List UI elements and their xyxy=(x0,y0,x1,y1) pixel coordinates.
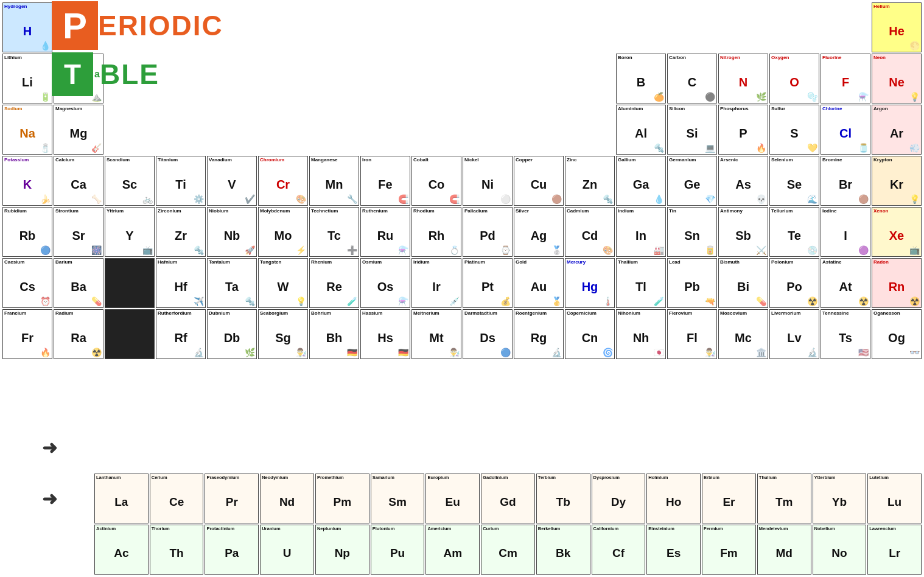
el-symbol: Br xyxy=(839,178,852,192)
el-name: Cadmium xyxy=(567,209,613,214)
el-symbol: Fr xyxy=(21,331,33,345)
el-name: Nitrogen xyxy=(720,55,766,61)
el-art: 🎨 xyxy=(296,194,306,204)
el-art: ⚗️ xyxy=(398,296,408,306)
el-name: Argon xyxy=(873,107,920,112)
el-symbol: Og xyxy=(888,331,905,345)
element-cl: Chlorine Cl 🫙 xyxy=(821,105,870,155)
el-symbol: Es xyxy=(667,547,681,560)
el-name: Cerium xyxy=(152,475,202,480)
el-art: 💀 xyxy=(756,194,766,204)
el-name: Indium xyxy=(618,209,664,214)
el-symbol: Bh xyxy=(326,331,343,345)
el-name: Bohrium xyxy=(311,311,357,316)
el-art: 💊 xyxy=(91,296,102,306)
el-symbol: Sm xyxy=(388,495,407,509)
element-ds: Darmstadtium Ds 🔵 xyxy=(463,309,513,359)
element-al: Aluminium Al 🔩 xyxy=(616,105,666,155)
el-symbol: Rg xyxy=(531,331,547,345)
el-art: ☢️ xyxy=(807,296,817,306)
element-db: Dubnium Db 🌿 xyxy=(207,309,257,359)
element-cf: Californium Cf xyxy=(592,525,646,575)
el-symbol: S xyxy=(790,127,798,141)
el-name: Ytterbium xyxy=(814,475,865,480)
element-grid: Hydrogen H 💧 Helium He 🌕 Lithium Li 🔋 Be… xyxy=(2,2,922,359)
el-symbol: Ar xyxy=(890,127,903,141)
element-ru: Ruthenium Ru ⚗️ xyxy=(360,207,410,257)
element-es: Einsteinium Es xyxy=(646,525,701,575)
el-symbol: Fe xyxy=(378,178,392,192)
el-symbol: Lr xyxy=(889,547,900,560)
el-name: Silver xyxy=(516,209,562,214)
el-art: ⚗️ xyxy=(398,245,408,255)
el-name: Neon xyxy=(873,55,920,61)
el-art: 🧲 xyxy=(398,194,408,204)
el-symbol: U xyxy=(283,547,292,560)
el-name: Sulfur xyxy=(771,107,817,112)
element-os: Osmium Os ⚗️ xyxy=(360,258,410,308)
el-name: Oxygen xyxy=(771,55,817,61)
element-rn: Radon Rn ☢️ xyxy=(872,258,922,308)
el-art: 🎨 xyxy=(603,245,613,255)
lanthanide-row: Lanthanum La Cerium Ce Praseodymium Pr N… xyxy=(94,474,922,523)
actinide-arrow: ➜ xyxy=(2,474,97,523)
el-name: Iodine xyxy=(822,209,869,214)
el-symbol: Bi xyxy=(737,280,749,294)
el-name: Nickel xyxy=(464,158,511,163)
element-lv: Livermorium Lv 🔬 xyxy=(769,309,819,359)
el-name: Einsteinium xyxy=(648,526,699,531)
el-symbol: Fm xyxy=(720,547,738,560)
el-name: Polonium xyxy=(771,260,817,265)
element-th: Thorium Th xyxy=(150,525,204,575)
el-symbol: Ra xyxy=(71,331,86,345)
el-name: Hafnium xyxy=(158,260,204,265)
el-name: Vanadium xyxy=(209,158,255,163)
el-symbol: Ti xyxy=(175,178,186,192)
el-art: 🍊 xyxy=(654,92,664,102)
element-mn: Manganese Mn 🔧 xyxy=(309,156,359,206)
el-art: 🔩 xyxy=(194,245,204,255)
el-symbol: Cf xyxy=(612,547,625,560)
el-symbol: Sc xyxy=(122,178,137,192)
el-name: Lawrencium xyxy=(869,526,920,531)
el-name: Berkelium xyxy=(538,526,589,531)
el-name: Silicon xyxy=(669,107,715,112)
el-symbol: H xyxy=(23,24,32,38)
el-symbol: Fl xyxy=(687,331,698,345)
element-no: Nobelium No xyxy=(813,525,867,575)
element-ir: Iridium Ir 💉 xyxy=(411,258,461,308)
el-art: 🦴 xyxy=(91,194,102,204)
el-name: Cobalt xyxy=(413,158,460,163)
el-symbol: No xyxy=(831,547,847,560)
el-name: Tin xyxy=(669,209,715,214)
element-nh: Nihonium Nh 🇯🇵 xyxy=(616,309,666,359)
el-art: ⚗️ xyxy=(858,92,869,102)
el-name: Rhenium xyxy=(311,260,357,265)
element-y: Yttrium Y 📺 xyxy=(105,207,155,257)
el-symbol: Rb xyxy=(19,229,36,243)
el-symbol: Pt xyxy=(481,280,494,294)
el-name: Germanium xyxy=(669,158,715,163)
el-symbol: Ds xyxy=(480,331,495,345)
el-art: 💨 xyxy=(909,143,920,153)
el-symbol: Ts xyxy=(839,331,852,345)
el-name: Niobium xyxy=(209,209,255,214)
element-br: Bromine Br 🟤 xyxy=(821,156,870,206)
el-symbol: Yb xyxy=(832,495,847,509)
element-ts: Tennessine Ts 🇺🇸 xyxy=(821,309,870,359)
el-art: 🥫 xyxy=(705,245,715,255)
el-art: 🏛️ xyxy=(756,348,766,357)
el-symbol: In xyxy=(635,229,646,243)
el-name: Neodymium xyxy=(262,475,312,480)
el-art: 🔵 xyxy=(40,245,51,255)
el-symbol: P xyxy=(739,127,747,141)
element-f: Fluorine F ⚗️ xyxy=(821,54,870,103)
element-si: Silicon Si 💻 xyxy=(667,105,717,155)
el-art: ☢️ xyxy=(858,296,869,306)
el-art: ⚫ xyxy=(705,92,715,102)
el-art: 🔬 xyxy=(551,348,562,357)
el-symbol: Lu xyxy=(887,495,901,509)
el-name: Copper xyxy=(516,158,562,163)
el-name: Selenium xyxy=(771,158,817,163)
el-art: 🎸 xyxy=(91,143,102,153)
